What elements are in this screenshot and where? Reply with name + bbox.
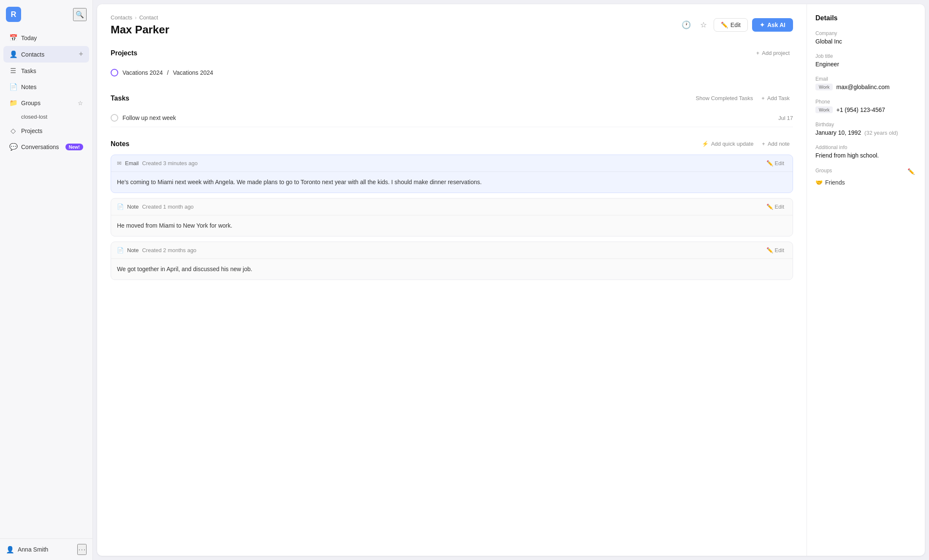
ask-ai-button[interactable]: ✦ Ask AI (752, 18, 793, 32)
show-completed-label: Show Completed Tasks (696, 95, 753, 101)
breadcrumb-contacts[interactable]: Contacts (111, 14, 132, 21)
sidebar-item-label: Tasks (21, 68, 83, 74)
edit-label: Edit (731, 22, 741, 28)
phone-badge: Work (815, 106, 833, 113)
sidebar: R 🔍 📅 Today 👤 Contacts + ☰ Tasks 📄 Notes… (0, 0, 93, 560)
projects-section: Projects + Add project Vacations 2024 / … (111, 48, 793, 82)
detail-group-phone: Phone Work +1 (954) 123-4567 (815, 99, 916, 113)
sidebar-item-projects[interactable]: ◇ Projects (3, 123, 89, 139)
breadcrumb-separator: › (135, 14, 136, 21)
additional-info-label: Additional info (815, 144, 916, 150)
sidebar-item-label: Projects (21, 128, 83, 134)
content-area: Contacts › Contact Max Parker 🕐 ☆ ✏️ Edi… (97, 4, 807, 556)
app-logo: R (6, 7, 21, 22)
add-quick-update-button[interactable]: ⚡ Add quick update (698, 139, 757, 149)
add-project-button[interactable]: + Add project (753, 48, 793, 58)
sidebar-header: R 🔍 (0, 0, 92, 26)
add-task-button[interactable]: + Add Task (758, 93, 793, 103)
notes-section: Notes ⚡ Add quick update + Add note (111, 139, 793, 280)
detail-group-additional-info: Additional info Friend from high school. (815, 144, 916, 159)
task-left: Follow up next week (111, 114, 176, 122)
job-title-value: Engineer (815, 61, 916, 68)
note-edit-button-3[interactable]: ✏️ Edit (764, 246, 787, 254)
note-edit-button-1[interactable]: ✏️ Edit (764, 159, 787, 167)
groups-header: Groups ✏️ (815, 167, 916, 176)
notes-section-header: Notes ⚡ Add quick update + Add note (111, 139, 793, 149)
sidebar-item-label: Today (21, 35, 83, 41)
add-note-label: Add note (768, 141, 790, 147)
notes-section-title: Notes (111, 140, 129, 148)
project-name: Vacations 2024 (173, 69, 213, 76)
note-created-3: Created 2 months ago (142, 247, 196, 253)
group-name: Friends (825, 179, 845, 186)
star-button[interactable]: ☆ (698, 18, 709, 32)
project-path: Vacations 2024 (122, 69, 163, 76)
note-body-2: He moved from Miami to New York for work… (111, 215, 793, 236)
project-item[interactable]: Vacations 2024 / Vacations 2024 (111, 64, 793, 82)
projects-list: Vacations 2024 / Vacations 2024 (111, 64, 793, 82)
edit-icon: ✏️ (721, 22, 728, 28)
add-task-label: Add Task (767, 95, 790, 101)
sidebar-item-conversations[interactable]: 💬 Conversations New! (3, 139, 89, 155)
email-value-row: Work max@globalinc.com (815, 84, 916, 90)
note-meta-3: 📄 Note Created 2 months ago (117, 247, 196, 253)
birthday-value-row: January 10, 1992 (32 years old) (815, 129, 916, 136)
detail-group-birthday: Birthday January 10, 1992 (32 years old) (815, 122, 916, 136)
sidebar-item-label: Groups (21, 100, 73, 106)
sidebar-item-today[interactable]: 📅 Today (3, 30, 89, 46)
detail-group-job-title: Job title Engineer (815, 53, 916, 68)
tasks-section-title: Tasks (111, 95, 129, 102)
search-button[interactable]: 🔍 (73, 8, 87, 21)
note-edit-icon-1: ✏️ (766, 160, 773, 166)
ask-ai-icon: ✦ (760, 22, 765, 28)
star-icon[interactable]: ☆ (78, 100, 83, 106)
note-type-2: Note (127, 204, 139, 210)
breadcrumb: Contacts › Contact (111, 14, 169, 21)
details-panel: Details Company Global Inc Job title Eng… (807, 4, 925, 556)
groups-edit-button[interactable]: ✏️ (906, 167, 916, 176)
note-edit-button-2[interactable]: ✏️ Edit (764, 203, 787, 211)
sidebar-item-notes[interactable]: 📄 Notes (3, 79, 89, 95)
tasks-section-header: Tasks Show Completed Tasks + Add Task (111, 93, 793, 103)
birthday-label: Birthday (815, 122, 916, 128)
note-created-1: Created 3 minutes ago (142, 160, 198, 166)
sidebar-item-label: Notes (21, 84, 83, 90)
email-value[interactable]: max@globalinc.com (836, 84, 889, 90)
tasks-section-actions: Show Completed Tasks + Add Task (693, 93, 793, 103)
note-header-3: 📄 Note Created 2 months ago ✏️ Edit (111, 242, 793, 259)
more-options-button[interactable]: ⋯ (77, 544, 87, 555)
ask-ai-label: Ask AI (767, 22, 785, 28)
sidebar-subitem-closed-lost[interactable]: closed-lost (3, 111, 89, 122)
phone-value[interactable]: +1 (954) 123-4567 (836, 106, 885, 113)
projects-section-header: Projects + Add project (111, 48, 793, 58)
note-card-2: 📄 Note Created 1 month ago ✏️ Edit He mo… (111, 198, 793, 237)
sidebar-item-tasks[interactable]: ☰ Tasks (3, 63, 89, 79)
conversations-icon: 💬 (9, 143, 17, 151)
user-avatar-icon: 👤 (6, 546, 14, 554)
add-note-button[interactable]: + Add note (758, 139, 793, 149)
show-completed-tasks-button[interactable]: Show Completed Tasks (693, 93, 757, 103)
edit-button[interactable]: ✏️ Edit (714, 18, 748, 32)
add-contact-icon[interactable]: + (79, 50, 83, 59)
history-button[interactable]: 🕐 (679, 18, 693, 32)
content-header: Contacts › Contact Max Parker 🕐 ☆ ✏️ Edi… (111, 14, 793, 36)
note-edit-icon-2: ✏️ (766, 204, 773, 210)
note-meta-1: ✉ Email Created 3 minutes ago (117, 160, 198, 166)
group-tag-friends: 🤝 Friends (815, 179, 916, 186)
project-circle-icon (111, 69, 118, 76)
phone-value-row: Work +1 (954) 123-4567 (815, 106, 916, 113)
projects-section-title: Projects (111, 49, 137, 57)
note-edit-icon-3: ✏️ (766, 247, 773, 253)
user-name: Anna Smith (18, 546, 48, 553)
group-emoji: 🤝 (815, 179, 823, 186)
task-checkbox[interactable] (111, 114, 118, 122)
email-label: Email (815, 76, 916, 82)
sidebar-item-contacts[interactable]: 👤 Contacts + (3, 46, 89, 63)
add-project-label: Add project (762, 50, 790, 56)
header-actions: 🕐 ☆ ✏️ Edit ✦ Ask AI (679, 14, 793, 32)
note-type-icon-2: 📄 (117, 204, 124, 210)
note-type-icon-3: 📄 (117, 247, 124, 253)
note-edit-label-3: Edit (775, 247, 784, 253)
sidebar-item-groups[interactable]: 📁 Groups ☆ (3, 95, 89, 111)
task-item: Follow up next week Jul 17 (111, 109, 793, 127)
